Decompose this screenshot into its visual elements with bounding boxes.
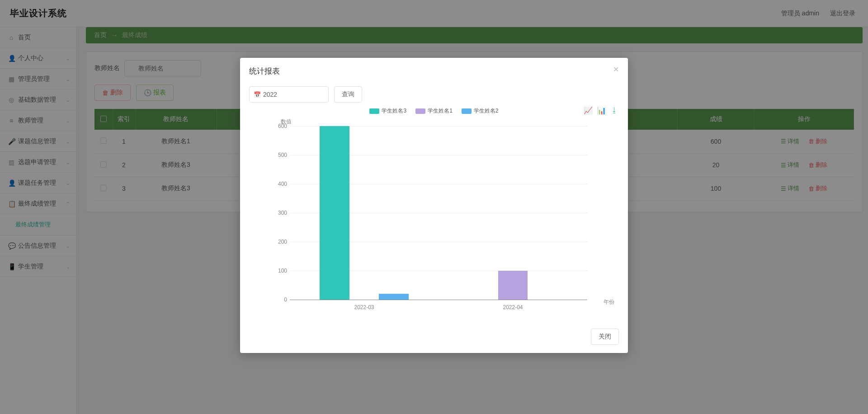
y-tick-label: 100 <box>272 268 287 274</box>
legend-swatch <box>415 108 425 114</box>
chart-bar-icon[interactable]: 📊 <box>597 106 606 115</box>
legend-label: 学生姓名1 <box>428 107 453 115</box>
y-tick-label: 200 <box>272 239 287 245</box>
legend-swatch <box>462 108 472 114</box>
x-tick-label: 2022-04 <box>503 304 523 310</box>
chart-legend: 学生姓名3学生姓名1学生姓名2 <box>249 105 619 119</box>
year-input[interactable] <box>249 86 329 103</box>
button-label: 查询 <box>342 90 354 99</box>
legend-label: 学生姓名2 <box>474 107 499 115</box>
chart-area: 📈 📊 ⭳ 学生姓名3学生姓名1学生姓名2 数值 010020030040050… <box>249 105 619 318</box>
chart-plot: 0100200300400500600 年份 2022-032022-04 <box>290 126 587 300</box>
legend-item[interactable]: 学生姓名3 <box>369 107 406 115</box>
dialog-body: 📅 查询 📈 📊 ⭳ 学生姓名3学生姓名1学生姓名2 数值 0100200300… <box>240 78 628 322</box>
x-tick-label: 2022-03 <box>354 304 374 310</box>
legend-swatch <box>369 108 379 114</box>
year-input-wrap: 📅 <box>249 86 329 103</box>
y-tick-label: 0 <box>272 296 287 303</box>
dialog-header: 统计报表 ✕ <box>240 58 628 78</box>
axis-baseline <box>290 300 587 300</box>
button-label: 关闭 <box>599 333 611 341</box>
chart-toolbar: 📈 📊 ⭳ <box>584 106 618 115</box>
y-tick-label: 500 <box>272 152 287 158</box>
chart-download-icon[interactable]: ⭳ <box>611 106 618 115</box>
chart-bar[interactable] <box>320 126 349 300</box>
dialog-close-button[interactable]: ✕ <box>613 66 619 73</box>
dialog-title: 统计报表 <box>249 66 280 76</box>
y-tick-label: 300 <box>272 210 287 216</box>
y-tick-label: 600 <box>272 123 287 129</box>
x-axis-title: 年份 <box>604 298 614 306</box>
calendar-icon: 📅 <box>254 91 261 98</box>
legend-label: 学生姓名3 <box>382 107 406 115</box>
y-tick-label: 400 <box>272 181 287 187</box>
report-dialog: 统计报表 ✕ 📅 查询 📈 📊 ⭳ 学生姓名3学生姓名1学生姓名2 数值 010… <box>240 58 628 353</box>
dialog-close-footer-button[interactable]: 关闭 <box>591 329 619 345</box>
query-row: 📅 查询 <box>249 86 619 103</box>
query-button[interactable]: 查询 <box>334 86 362 103</box>
legend-item[interactable]: 学生姓名2 <box>462 107 499 115</box>
dialog-footer: 关闭 <box>240 322 628 353</box>
chart-bar[interactable] <box>498 271 528 300</box>
legend-item[interactable]: 学生姓名1 <box>415 107 453 115</box>
chart-bar[interactable] <box>379 294 409 300</box>
chart-line-icon[interactable]: 📈 <box>584 106 593 115</box>
